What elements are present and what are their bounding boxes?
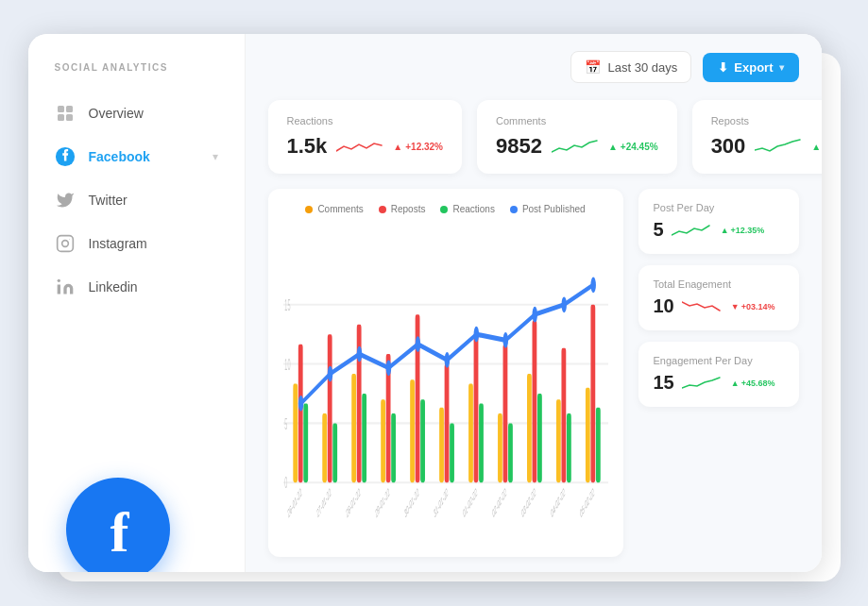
sidebar-item-linkedin[interactable]: Linkedin bbox=[28, 265, 245, 309]
metric-card-engagement-per-day: Engagement Per Day 15 ▲+45.68% bbox=[638, 342, 799, 407]
legend-comments: Comments bbox=[305, 204, 363, 214]
svg-rect-41 bbox=[561, 348, 566, 482]
stat-change-reactions: ▲+12.32% bbox=[393, 142, 443, 152]
svg-text:30-01-22: 30-01-22 bbox=[403, 485, 419, 520]
svg-rect-42 bbox=[566, 413, 570, 482]
svg-rect-29 bbox=[444, 364, 449, 483]
legend-dot-reactions bbox=[440, 206, 448, 213]
svg-rect-5 bbox=[57, 236, 73, 252]
svg-point-50 bbox=[415, 336, 420, 352]
legend-dot-post-published bbox=[510, 206, 518, 213]
svg-point-6 bbox=[61, 241, 68, 247]
legend-post-published: Post Published bbox=[510, 204, 586, 214]
svg-rect-40 bbox=[555, 399, 560, 482]
sidebar-item-twitter[interactable]: Twitter bbox=[28, 178, 245, 222]
main-content: 📅 Last 30 days ⬇ Export ▾ Reactions 1.5k bbox=[246, 34, 822, 572]
sidebar-label-overview: Overview bbox=[89, 106, 144, 121]
metric-label-engagement-per-day: Engagement Per Day bbox=[654, 355, 784, 366]
metric-value-post-per-day: 5 ▲+12.35% bbox=[654, 219, 784, 241]
sidebar-label-linkedin: Linkedin bbox=[89, 279, 138, 295]
sidebar-item-facebook[interactable]: Facebook ▾ bbox=[28, 135, 245, 178]
svg-rect-3 bbox=[66, 114, 73, 121]
svg-rect-38 bbox=[532, 321, 536, 483]
sidebar-item-overview[interactable]: Overview bbox=[28, 92, 245, 135]
sidebar-label-instagram: Instagram bbox=[89, 236, 147, 251]
svg-rect-37 bbox=[527, 374, 532, 482]
svg-rect-0 bbox=[58, 106, 64, 112]
svg-text:26-01-22: 26-01-22 bbox=[286, 485, 302, 520]
stat-value-reposts: 300 ▲+31.25% bbox=[711, 134, 822, 159]
metric-change-engagement-per-day: ▲+45.68% bbox=[731, 379, 775, 388]
date-filter[interactable]: 📅 Last 30 days bbox=[570, 51, 692, 83]
svg-rect-31 bbox=[468, 384, 473, 483]
stat-change-comments: ▲+24.45% bbox=[608, 142, 658, 152]
date-filter-label: Last 30 days bbox=[608, 60, 678, 75]
svg-text:02-02-22: 02-02-22 bbox=[491, 485, 507, 520]
svg-point-51 bbox=[444, 352, 450, 368]
svg-rect-2 bbox=[58, 114, 64, 121]
svg-rect-16 bbox=[322, 413, 327, 482]
legend-dot-reposts bbox=[379, 206, 386, 213]
sidebar-title: SOCIAL ANALYTICS bbox=[28, 62, 245, 73]
export-button[interactable]: ⬇ Export ▾ bbox=[703, 53, 798, 82]
twitter-icon bbox=[55, 190, 76, 210]
sidebar-label-twitter: Twitter bbox=[89, 193, 128, 208]
svg-text:15: 15 bbox=[284, 296, 290, 314]
svg-text:31-01-22: 31-01-22 bbox=[433, 485, 449, 520]
facebook-letter: f bbox=[111, 500, 129, 565]
metric-label-total-engagement: Total Enagement bbox=[654, 278, 784, 290]
svg-point-49 bbox=[385, 360, 391, 376]
legend-dot-comments bbox=[305, 206, 313, 213]
main-card: SOCIAL ANALYTICS Overview bbox=[28, 34, 822, 572]
svg-point-7 bbox=[69, 239, 70, 240]
svg-text:0: 0 bbox=[284, 475, 287, 493]
svg-point-46 bbox=[298, 396, 303, 412]
svg-rect-25 bbox=[410, 379, 415, 482]
svg-rect-15 bbox=[303, 403, 308, 482]
svg-rect-24 bbox=[391, 413, 396, 482]
metric-label-post-per-day: Post Per Day bbox=[654, 202, 784, 213]
svg-rect-45 bbox=[595, 408, 600, 483]
svg-rect-22 bbox=[381, 399, 385, 482]
svg-rect-34 bbox=[498, 413, 502, 482]
metric-value-engagement-per-day: 15 ▲+45.68% bbox=[654, 372, 784, 394]
svg-text:03-02-22: 03-02-22 bbox=[520, 485, 536, 520]
svg-text:04-02-22: 04-02-22 bbox=[550, 485, 566, 520]
stat-value-reactions: 1.5k ▲+12.32% bbox=[287, 134, 444, 159]
svg-point-48 bbox=[356, 346, 362, 362]
metric-change-total-engagement: ▼+03.14% bbox=[731, 302, 775, 311]
instagram-icon bbox=[55, 233, 76, 254]
facebook-icon bbox=[55, 146, 76, 167]
linkedin-icon bbox=[55, 277, 76, 297]
metric-card-total-engagement: Total Enagement 10 ▼+03.14% bbox=[638, 265, 799, 330]
chart-svg: 0 5 10 15 26-01-22 27-01-22 28-01-22 29-… bbox=[283, 226, 608, 542]
legend-reposts: Reposts bbox=[379, 204, 426, 214]
sparkline-post-per-day bbox=[672, 222, 713, 239]
svg-point-53 bbox=[502, 332, 508, 348]
sidebar-label-facebook: Facebook bbox=[89, 149, 150, 164]
svg-rect-39 bbox=[537, 394, 542, 482]
svg-text:10: 10 bbox=[284, 356, 290, 374]
stat-label-comments: Comments bbox=[496, 115, 658, 126]
sidebar-item-instagram[interactable]: Instagram bbox=[28, 222, 245, 265]
calendar-icon: 📅 bbox=[585, 59, 601, 75]
svg-rect-44 bbox=[590, 305, 595, 482]
stat-value-comments: 9852 ▲+24.45% bbox=[496, 134, 658, 159]
svg-rect-21 bbox=[362, 394, 366, 482]
svg-rect-30 bbox=[450, 423, 454, 482]
stat-card-reposts: Reposts 300 ▲+31.25% bbox=[692, 100, 822, 174]
chart-inner: 0 5 10 15 26-01-22 27-01-22 28-01-22 29-… bbox=[283, 226, 608, 542]
svg-rect-36 bbox=[508, 423, 513, 482]
metric-card-post-per-day: Post Per Day 5 ▲+12.35% bbox=[638, 189, 799, 254]
metric-change-post-per-day: ▲+12.35% bbox=[721, 226, 765, 235]
svg-rect-17 bbox=[327, 334, 332, 482]
svg-rect-27 bbox=[420, 399, 425, 482]
side-metrics: Post Per Day 5 ▲+12.35% bbox=[638, 189, 799, 557]
sidebar: SOCIAL ANALYTICS Overview bbox=[28, 34, 246, 572]
chart-section: Comments Reposts Reactions Post Pub bbox=[246, 189, 822, 572]
chart-card: Comments Reposts Reactions Post Pub bbox=[268, 189, 623, 557]
svg-text:28-01-22: 28-01-22 bbox=[345, 485, 361, 520]
svg-point-56 bbox=[590, 277, 596, 293]
svg-point-47 bbox=[327, 366, 332, 382]
svg-text:01-02-22: 01-02-22 bbox=[462, 485, 478, 520]
